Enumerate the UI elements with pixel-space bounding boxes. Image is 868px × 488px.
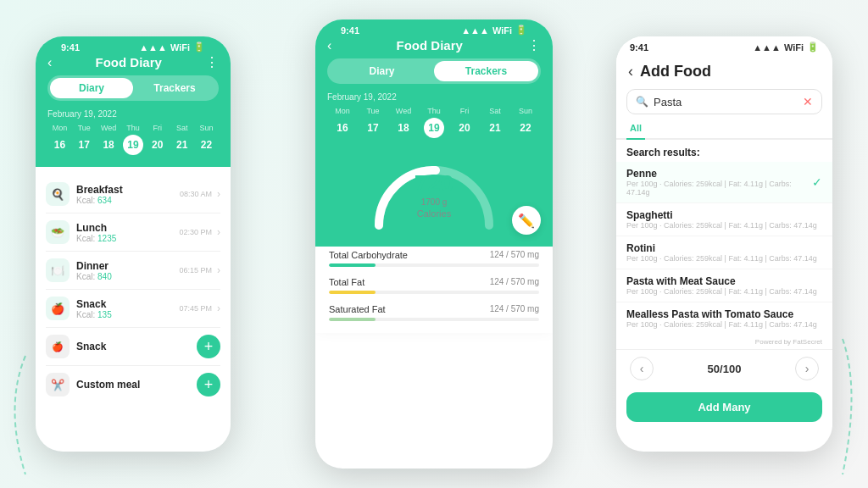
mid-day-num-22: 22 (515, 118, 536, 138)
nutrition-sat-fat-bar (329, 318, 539, 321)
food-item-rotini[interactable]: Rotini Per 100g · Calories: 259kcal | Fa… (616, 236, 832, 269)
mid-status-time: 9:41 (341, 25, 359, 36)
snack-add-name: Snack (76, 341, 197, 352)
quantity-increase-button[interactable]: › (795, 357, 819, 380)
mid-cal-sun[interactable]: Sun 22 (515, 107, 536, 138)
penne-check-icon: ✓ (812, 175, 822, 189)
mid-menu-icon[interactable]: ⋮ (527, 37, 541, 53)
custom-meal-add-button[interactable]: + (197, 373, 220, 396)
dinner-name: Dinner (76, 260, 179, 272)
powered-by: Powered by FatSecret (616, 335, 832, 349)
meal-snack-add[interactable]: 🍎 Snack + (46, 328, 220, 366)
food-penne-detail: Per 100g · Calories: 259kcal | Fat: 4.11… (626, 180, 812, 197)
food-item-mealless-pasta[interactable]: Mealless Pasta with Tomato Sauce Per 100… (616, 302, 832, 335)
cal-day-thu[interactable]: Thu 19 (123, 124, 143, 155)
right-back-icon[interactable]: ‹ (628, 63, 633, 80)
mid-cal-sat[interactable]: Sat 21 (485, 107, 505, 138)
lunch-kcal: Kcal: 1235 (76, 234, 179, 243)
breakfast-arrow-icon: › (217, 188, 220, 200)
meal-custom-add[interactable]: ✂️ Custom meal + (46, 366, 220, 403)
meal-snack-1[interactable]: 🍎 Snack Kcal: 135 07:45 PM › (46, 290, 220, 328)
mid-day-label-tue: Tue (366, 107, 379, 115)
cal-day-tue[interactable]: Tue 17 (74, 124, 94, 155)
mid-cal-mon[interactable]: Mon 16 (332, 107, 353, 138)
signal-icon: ▲▲▲ (139, 42, 167, 53)
cal-day-mon[interactable]: Mon 16 (49, 124, 70, 155)
gauge-value: 720 (415, 170, 454, 197)
mid-cal-thu[interactable]: Thu 19 (424, 107, 444, 138)
search-input[interactable] (654, 96, 798, 108)
day-label-wed: Wed (101, 124, 116, 132)
right-status-time: 9:41 (630, 42, 648, 53)
nutrition-carb-value: 124 / 570 mg (490, 250, 539, 260)
dinner-icon: 🍽️ (46, 258, 70, 282)
edit-button[interactable]: ✏️ (512, 206, 541, 235)
meal-breakfast[interactable]: 🍳 Breakfast Kcal: 634 08:30 AM › (46, 175, 220, 214)
day-num-16: 16 (49, 135, 70, 155)
dinner-kcal: Kcal: 840 (76, 272, 179, 281)
mid-wifi-icon: WiFi (492, 25, 512, 36)
mid-day-num-17: 17 (363, 118, 383, 138)
mid-calendar: Mon 16 Tue 17 Wed 18 Thu 19 Fri 20 (327, 107, 541, 145)
meal-dinner[interactable]: 🍽️ Dinner Kcal: 840 06:15 PM › (46, 252, 220, 290)
add-many-button[interactable]: Add Many (626, 392, 822, 422)
food-rotini-name: Rotini (626, 242, 817, 254)
left-phone: 9:41 ▲▲▲ WiFi 🔋 ‹ Food Diary ⋮ Diary Tra… (36, 36, 231, 452)
food-spaghetti-detail: Per 100g · Calories: 259kcal | Fat: 4.11… (626, 221, 817, 230)
snack-add-icon: 🍎 (46, 335, 70, 358)
day-num-22: 22 (196, 135, 216, 155)
left-tab-trackers[interactable]: Trackers (133, 78, 216, 98)
mid-tab-switcher: Diary Trackers (327, 58, 541, 84)
mid-phone: 9:41 ▲▲▲ WiFi 🔋 ‹ Food Diary ⋮ Diary Tra… (315, 19, 553, 469)
mid-day-num-21: 21 (485, 118, 505, 138)
search-results-label: Search results: (616, 140, 832, 162)
left-tab-diary[interactable]: Diary (50, 78, 133, 98)
mid-cal-wed[interactable]: Wed 18 (393, 107, 414, 138)
lunch-arrow-icon: › (217, 226, 220, 238)
meal-lunch[interactable]: 🥗 Lunch Kcal: 1235 02:30 PM › (46, 214, 220, 252)
lunch-name: Lunch (76, 222, 179, 234)
day-label-sat: Sat (176, 124, 188, 132)
cal-day-fri[interactable]: Fri 20 (147, 124, 168, 155)
mid-day-num-18: 18 (393, 118, 414, 138)
mid-cal-tue[interactable]: Tue 17 (363, 107, 383, 138)
snack-add-button[interactable]: + (197, 335, 220, 358)
custom-meal-name: Custom meal (76, 379, 197, 391)
left-calendar: Mon 16 Tue 17 Wed 18 Thu 19 Fri 20 (47, 124, 219, 155)
mid-tab-diary[interactable]: Diary (330, 61, 434, 81)
menu-icon[interactable]: ⋮ (205, 54, 219, 70)
nutrition-sat-fat-value: 124 / 570 mg (490, 304, 539, 314)
cal-day-sun[interactable]: Sun 22 (196, 124, 216, 155)
scene: 9:41 ▲▲▲ WiFi 🔋 ‹ Food Diary ⋮ Diary Tra… (0, 0, 868, 488)
mid-day-num-16: 16 (332, 118, 353, 138)
mid-day-label-fri: Fri (460, 107, 470, 115)
right-battery-icon: 🔋 (807, 42, 819, 53)
nutrition-fat-fill (329, 291, 376, 294)
search-bar[interactable]: 🔍 ✕ (626, 89, 822, 114)
quantity-decrease-button[interactable]: ‹ (630, 357, 654, 380)
lunch-icon: 🥗 (46, 220, 70, 244)
mid-day-label-thu: Thu (427, 107, 441, 115)
mid-back-icon[interactable]: ‹ (327, 38, 331, 53)
mid-cal-fri[interactable]: Fri 20 (454, 107, 475, 138)
back-icon[interactable]: ‹ (47, 55, 52, 70)
nutrition-sat-fat: Saturated Fat 124 / 570 mg (329, 304, 539, 321)
filter-tab-all[interactable]: All (626, 123, 645, 140)
nutrition-fat-name: Total Fat (329, 277, 364, 287)
clear-icon[interactable]: ✕ (803, 95, 813, 108)
cal-day-sat[interactable]: Sat 21 (172, 124, 192, 155)
mid-tab-trackers[interactable]: Trackers (434, 61, 538, 81)
food-item-penne[interactable]: Penne Per 100g · Calories: 259kcal | Fat… (616, 162, 832, 203)
food-item-pasta-meat[interactable]: Pasta with Meat Sauce Per 100g · Calorie… (616, 269, 832, 302)
food-item-spaghetti[interactable]: Spaghetti Per 100g · Calories: 259kcal |… (616, 203, 832, 236)
breakfast-icon: 🍳 (46, 182, 70, 206)
right-wifi-icon: WiFi (784, 42, 804, 53)
left-date-label: February 19, 2022 (47, 109, 219, 119)
food-pasta-meat-name: Pasta with Meat Sauce (626, 275, 817, 287)
cal-day-wed[interactable]: Wed 18 (98, 124, 119, 155)
breakfast-time: 08:30 AM (180, 190, 212, 198)
snack-kcal: Kcal: 135 (76, 310, 179, 319)
day-label-fri: Fri (153, 124, 163, 132)
day-label-sun: Sun (199, 124, 213, 132)
mid-day-label-sat: Sat (489, 107, 501, 115)
